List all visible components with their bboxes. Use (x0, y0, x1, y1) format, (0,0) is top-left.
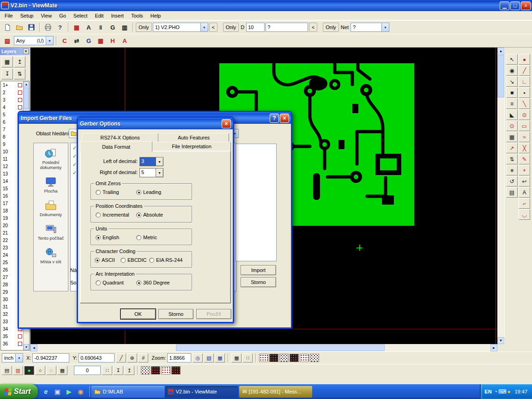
tab-file-interpretation[interactable]: File Interpretation (152, 142, 231, 151)
close-icon[interactable]: × (23, 48, 29, 54)
stack-lines-icon[interactable]: ≡ (506, 98, 518, 109)
language-circle-icon[interactable]: ◔ (494, 388, 497, 395)
layer-color-swatch[interactable] (18, 91, 22, 95)
draw-pad-icon[interactable]: ● (519, 54, 530, 65)
g-aperture-icon[interactable]: G (83, 36, 94, 46)
left-decimal-combo[interactable]: 3 ▼ (139, 157, 163, 166)
scroll-down-icon[interactable]: ▼ (24, 344, 29, 350)
filled-box-icon[interactable]: ■ (506, 87, 518, 98)
probe-alt-icon[interactable]: ◌ (46, 366, 56, 375)
draw-angle-icon[interactable]: ∟ (519, 76, 530, 87)
canvas-vertical-scrollbar[interactable]: ▲ ▼ (497, 48, 504, 344)
layer-list-icon[interactable]: ▤ (2, 366, 12, 375)
only-dcode-toggle[interactable]: Only (223, 23, 239, 32)
dcode-query-field[interactable]: ? (266, 23, 308, 32)
pan-up-icon[interactable]: ↥ (124, 366, 134, 375)
place-desktop[interactable]: Plocha (35, 176, 67, 193)
radio-ascii[interactable]: ASCII (95, 257, 115, 263)
keyboard-icon[interactable]: ⌨ (498, 388, 506, 395)
chevron-down-icon[interactable]: ▼ (46, 36, 53, 45)
layer-raise-icon[interactable]: ↥ (14, 56, 25, 67)
menu-item[interactable]: Insert (107, 12, 127, 19)
grid-box-icon[interactable]: ▦ (506, 132, 518, 142)
import-button[interactable]: Import (241, 265, 276, 275)
probe-icon[interactable]: ○ (35, 366, 45, 375)
swap-vertical-icon[interactable]: ⇅ (506, 154, 518, 164)
scroll-up-icon[interactable]: ▲ (497, 48, 504, 54)
zoom-in-icon[interactable]: ◎ (193, 353, 203, 363)
traffic-light-icon[interactable]: ● (24, 366, 34, 375)
c-aperture-icon[interactable]: C (59, 36, 70, 46)
apply-button[interactable]: Použít (196, 309, 231, 319)
bitmap-red-icon[interactable] (161, 366, 170, 375)
target-icon[interactable]: ⊙ (506, 121, 518, 131)
text-tool-icon[interactable]: A (119, 36, 130, 46)
asterisk-icon[interactable]: ∗ (506, 165, 518, 175)
menu-item[interactable]: Tools (127, 12, 147, 19)
aperture-mode-button[interactable]: ▨ (2, 36, 13, 46)
start-button[interactable]: Start (0, 384, 38, 399)
film-icon[interactable]: ▥ (13, 366, 23, 375)
vector-icon[interactable]: ↗ (506, 143, 518, 153)
cancel-button[interactable]: Storno (158, 309, 193, 319)
layer-color-swatch[interactable] (18, 105, 22, 109)
pad-grid-icon[interactable]: ▦ (95, 36, 106, 46)
draw-line-icon[interactable]: ╱ (519, 65, 530, 76)
add-icon[interactable]: + (519, 165, 530, 175)
close-button[interactable]: × (521, 1, 531, 10)
taskbar-button-explorer[interactable]: D:\MLAB (91, 386, 164, 398)
layer-color-swatch[interactable] (18, 98, 22, 102)
layer-combo[interactable]: 1) V2.PHO ▼ (153, 23, 208, 32)
scroll-thumb[interactable] (24, 88, 29, 109)
tab-data-format[interactable]: Data Format (80, 141, 152, 151)
bitmap-dark-icon[interactable] (269, 354, 278, 362)
radio-absolute[interactable]: Absolute (136, 212, 163, 218)
bitmap-red-icon[interactable] (259, 354, 268, 362)
dialog-close-button[interactable]: × (280, 114, 289, 123)
scroll-right-icon[interactable]: ► (490, 344, 497, 351)
chevron-down-icon[interactable]: ▼ (15, 354, 23, 362)
place-network[interactable]: Místa v síti (35, 247, 67, 264)
scroll-up-icon[interactable]: ▲ (24, 81, 29, 87)
scroll-thumb[interactable] (497, 55, 504, 97)
dcode-value-field[interactable]: 10 (246, 23, 265, 32)
units-combo[interactable]: inch ▼ (2, 353, 23, 363)
media-player-icon[interactable]: ▶ (64, 387, 74, 397)
pan-down-icon[interactable]: ↧ (113, 366, 123, 375)
gerber-dialog-titlebar[interactable]: Gerber Options × (78, 118, 233, 129)
dcode-table-icon[interactable]: ▦ (71, 22, 82, 33)
cross-out-icon[interactable]: ╳ (519, 143, 530, 153)
language-indicator[interactable]: EN (484, 389, 491, 394)
layer-color-swatch[interactable] (18, 342, 22, 346)
draw-diagonal-icon[interactable]: ╲ (519, 98, 530, 109)
radio-english[interactable]: English (96, 235, 119, 240)
restore-button[interactable]: □ (510, 1, 520, 10)
menu-item[interactable]: Go (55, 12, 70, 19)
layer-grid-icon[interactable]: ▦ (1, 56, 13, 67)
origin-crosshair-icon[interactable]: ⊕ (127, 353, 137, 363)
menu-item[interactable]: Edit (91, 12, 107, 19)
aperture-filter-combo[interactable]: Any (U) ▼ (14, 36, 54, 45)
squiggle-icon[interactable]: ≈ (519, 132, 530, 142)
layer-lower-icon[interactable]: ↧ (1, 68, 13, 79)
radio-leading[interactable]: Leading (136, 189, 161, 195)
layer-row[interactable]: 36 (1, 340, 23, 347)
bitmap-mixed-icon[interactable] (141, 366, 150, 375)
menu-item[interactable]: Select (70, 12, 91, 19)
draw-rect-icon[interactable]: ▭ (519, 121, 530, 131)
layer-row[interactable]: 2 (1, 89, 23, 96)
scroll-left-icon[interactable]: ◄ (30, 344, 37, 351)
previous-layer-button[interactable]: < (209, 23, 218, 32)
h-aperture-icon[interactable]: H (107, 36, 118, 46)
cancel-button[interactable]: Storno (241, 277, 276, 287)
ok-button[interactable]: OK (121, 309, 156, 319)
context-help-button[interactable]: ? (54, 22, 66, 33)
internet-explorer-icon[interactable]: e (41, 387, 51, 397)
radio-eia-rs244[interactable]: EIA RS-244 (149, 257, 182, 263)
dot-grid-icon[interactable]: ∷ (102, 366, 112, 375)
layer-row[interactable]: 1+ (1, 81, 23, 89)
layer-row[interactable]: 4 (1, 103, 23, 111)
chevron-down-icon[interactable]: ▼ (156, 169, 163, 177)
place-my-computer[interactable]: Tento počítač (35, 224, 67, 241)
bitmap-mixed-icon[interactable] (279, 354, 289, 362)
